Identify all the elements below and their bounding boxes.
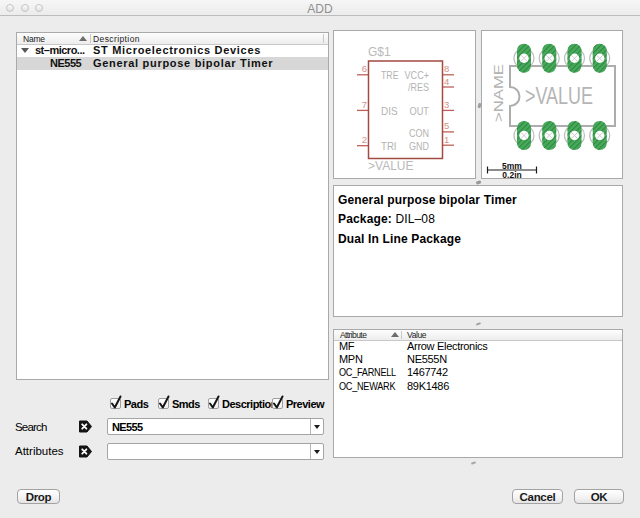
svg-text:2: 2 xyxy=(362,134,367,145)
svg-text:DIS: DIS xyxy=(381,105,398,117)
svg-text:6: 6 xyxy=(362,63,367,74)
svg-text:0.2in: 0.2in xyxy=(502,170,521,179)
svg-text:CON: CON xyxy=(409,127,429,139)
svg-text:3: 3 xyxy=(444,99,449,110)
svg-text:1: 1 xyxy=(444,134,449,145)
svg-text:>NAME: >NAME xyxy=(491,64,506,122)
svg-text:GND: GND xyxy=(409,140,429,152)
svg-text:>VALUE: >VALUE xyxy=(368,158,414,173)
svg-text:TRI: TRI xyxy=(381,140,397,152)
svg-text:4: 4 xyxy=(444,76,449,87)
svg-text:5: 5 xyxy=(444,120,449,131)
svg-text:OUT: OUT xyxy=(410,105,430,117)
svg-text:VCC+: VCC+ xyxy=(405,69,430,81)
svg-text:8: 8 xyxy=(444,63,449,74)
svg-text:/RES: /RES xyxy=(408,81,429,93)
svg-text:TRE: TRE xyxy=(381,69,399,81)
svg-text:G$1: G$1 xyxy=(368,45,391,59)
svg-text:7: 7 xyxy=(362,99,367,110)
svg-text:>VALUE: >VALUE xyxy=(525,83,593,109)
